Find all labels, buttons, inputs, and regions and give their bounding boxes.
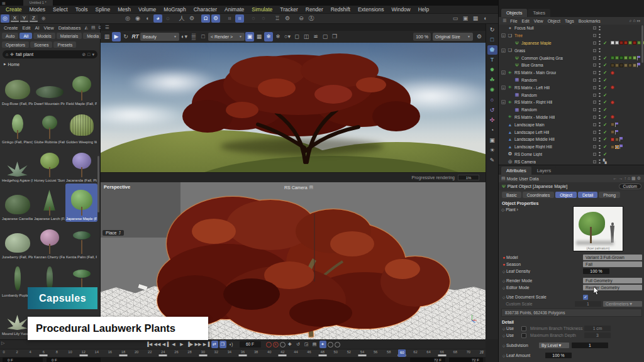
layer-square-icon[interactable] [593,86,596,89]
ab-tab-auto[interactable]: Auto [2,33,18,39]
expand-toggle-icon[interactable]: − [501,85,506,90]
object-row[interactable]: −▲Landscape Left Hill✓ [499,128,644,136]
keying-settings-button[interactable] [280,342,286,348]
layer-square-icon[interactable] [593,116,596,119]
menu-help[interactable]: Help [415,6,432,13]
mode-menu[interactable]: Mode [507,177,518,181]
pixel-grid-icon[interactable]: ▦ [255,32,264,41]
place-tool-chip[interactable]: Place ⤴ [103,230,124,236]
enabled-check-icon[interactable]: ✓ [603,40,607,46]
visibility-dots-icon[interactable] [599,63,601,68]
object-row[interactable]: −✳RS Matrix - Right Hill✓ [499,99,644,106]
redshift-material-tag[interactable] [611,101,614,104]
play-backward-button[interactable]: ◀ [170,341,177,348]
search-input[interactable]: fall plant [16,52,80,57]
material-tag[interactable] [619,63,623,67]
hamburger-icon[interactable]: ☰ [103,25,111,30]
snap-icon[interactable]: Ω [201,14,210,23]
tab-layers[interactable]: Layers [532,167,557,175]
workplane-settings-icon[interactable]: ⚙ [283,14,292,23]
autokey-button[interactable]: A [273,342,279,348]
breadcrumb[interactable]: ▸ Home [0,60,100,69]
key-parameter-button[interactable]: ▤ [311,341,318,348]
dynamics-icon[interactable]: ✺ [487,85,497,95]
expand-toggle-icon[interactable]: − [501,100,506,104]
annotation-flag-icon[interactable] [615,130,619,134]
object-row[interactable]: −▲Landscape Right Hill✓ [499,143,644,151]
visibility-dots-icon[interactable] [599,114,601,119]
asset-item[interactable]: Dwarf Mountain Pine (... [33,69,65,107]
axis-lock-y-button[interactable]: Y [20,15,28,22]
ab-menu-edit[interactable]: Edit [21,25,33,31]
visibility-dots-icon[interactable] [599,77,601,82]
timeline-keyframe-marker[interactable] [119,354,128,356]
sectab-detail[interactable]: Detail [578,192,597,198]
viewport-camera-label[interactable]: RS Camera ▤ [284,185,313,190]
ab-subtab-operators[interactable]: Operators [2,41,29,48]
asset-item[interactable]: Kanzan Cherry (Fall, Pl... [33,222,65,260]
material-tag[interactable] [633,56,636,60]
mode-icon[interactable]: ▤ [501,176,506,181]
doc-range-button[interactable]: ❐ [219,341,226,348]
layer-square-icon[interactable] [593,63,596,67]
asset-item[interactable]: Juneberry (Fall, Plant) [1,222,33,260]
anim-dot-icon[interactable]: ◇ [501,269,506,273]
record-objects-button[interactable] [328,342,333,348]
annotation-flag-icon[interactable] [637,63,641,67]
object-row[interactable]: −❏Grass [499,47,644,54]
clear-search-icon[interactable]: ⊘ [82,52,86,57]
visibility-dots-icon[interactable] [599,92,601,97]
visibility-dots-icon[interactable] [599,70,601,75]
tab-attributes[interactable]: Attributes [501,167,531,175]
layer-square-icon[interactable] [593,123,596,126]
coordinate-system-icon[interactable]: ⎈ [39,14,48,23]
asset-item[interactable]: Globe Robinia (Fall, Pl... [33,107,65,145]
char-settings-icon[interactable]: ⚙ [187,14,196,23]
sound-button[interactable]: ◖) [228,341,235,348]
timeline-corner-icon[interactable]: ◿ [480,349,483,354]
annotation-flag-icon[interactable] [615,123,619,127]
visibility-dots-icon[interactable] [599,100,601,105]
timeline-keyframe-marker[interactable] [159,354,167,356]
menu-tracker[interactable]: Tracker [277,6,301,13]
om-search-icons[interactable]: ⌕ ⌂ ☷ [628,18,641,23]
menu-tools[interactable]: Tools [72,6,91,13]
channel-icon[interactable]: ◐▾ [180,32,189,41]
dim-icon-a[interactable]: ○ [249,14,258,23]
next-frame-button[interactable]: ▐▶ [187,341,194,348]
preview-start-field[interactable]: 0 F [47,358,101,362]
material-tag[interactable] [624,41,628,45]
render-picture-viewer-icon[interactable]: ▣ [461,14,470,23]
anim-dot-icon3[interactable]: ◇ [501,278,506,283]
wipe-icon[interactable]: ≌ [311,32,320,41]
object-row[interactable]: −✳RS Matrix - Middle Hill✓ [499,114,644,121]
axis-center-icon[interactable]: ⊖ [297,14,306,23]
visibility-dots-icon[interactable] [599,40,601,45]
material-tag[interactable] [628,56,632,60]
layer-square-icon[interactable] [593,71,596,74]
object-row[interactable]: −▦Random✓ [499,77,644,84]
document-tab[interactable]: Untitled 1 * [23,0,53,6]
object-row[interactable]: −⌖Focus Null [499,25,644,32]
layer-square-icon[interactable] [593,160,596,163]
menu-render[interactable]: Render [303,6,326,13]
layer-square-icon[interactable] [593,108,596,111]
axis-lock-x-button[interactable]: X [11,15,19,22]
cloner-icon[interactable]: ✹ [487,65,497,75]
om-menu-bookmarks[interactable]: Bookmarks [577,19,602,23]
material-tag[interactable] [611,123,614,126]
material-tag[interactable] [619,56,623,60]
record-keyframe-button[interactable] [266,342,272,348]
key-rotation-button[interactable]: ↺ [295,341,302,348]
asset-item[interactable]: Hedgehog Agave (Fall... [1,145,33,184]
leaf-amount-field[interactable]: 100 % [545,353,572,359]
object-row[interactable]: −▦Random✓ [499,106,644,114]
asset-item[interactable]: Golden Weeping Willo... [65,107,97,145]
character-solver-icon[interactable]: 人 [177,14,186,23]
render-settings-icon[interactable]: ▦ [471,14,480,23]
om-menu-file[interactable]: File [508,19,519,23]
subdivision-mode-select[interactable]: By Level▼ [539,343,569,349]
cube-icon[interactable]: ⬟ [487,45,497,55]
layer-square-icon[interactable] [593,34,596,37]
visibility-dots-icon[interactable] [599,33,601,38]
